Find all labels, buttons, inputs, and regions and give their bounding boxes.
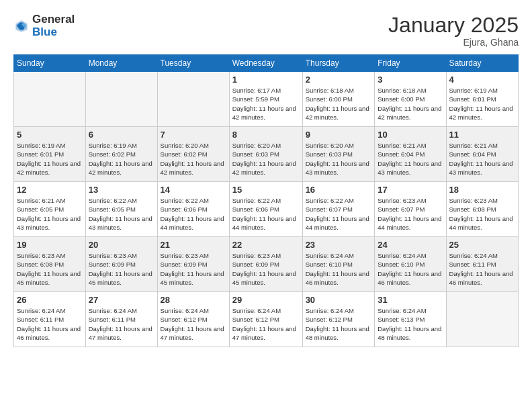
day-number: 15	[232, 185, 300, 195]
day-info: Sunrise: 6:23 AMSunset: 6:07 PMDaylight:…	[378, 196, 443, 232]
day-number: 10	[378, 130, 443, 140]
logo-icon	[13, 18, 30, 34]
day-info: Sunrise: 6:22 AMSunset: 6:05 PMDaylight:…	[89, 196, 154, 232]
day-info: Sunrise: 6:19 AMSunset: 6:02 PMDaylight:…	[89, 141, 154, 177]
day-number: 9	[306, 130, 372, 140]
day-number: 29	[232, 295, 300, 305]
day-info: Sunrise: 6:21 AMSunset: 6:05 PMDaylight:…	[17, 196, 83, 232]
day-info: Sunrise: 6:24 AMSunset: 6:10 PMDaylight:…	[378, 251, 443, 287]
calendar-cell: 20Sunrise: 6:23 AMSunset: 6:09 PMDayligh…	[85, 237, 157, 292]
day-number: 24	[378, 240, 443, 250]
day-info: Sunrise: 6:22 AMSunset: 6:06 PMDaylight:…	[232, 196, 300, 232]
day-info: Sunrise: 6:22 AMSunset: 6:07 PMDaylight:…	[306, 196, 372, 232]
calendar-cell: 28Sunrise: 6:24 AMSunset: 6:12 PMDayligh…	[157, 292, 229, 347]
day-info: Sunrise: 6:24 AMSunset: 6:11 PMDaylight:…	[449, 251, 515, 287]
title-area: January 2025 Ejura, Ghana	[388, 13, 519, 48]
location: Ejura, Ghana	[388, 37, 519, 48]
day-number: 4	[449, 75, 515, 85]
col-header-tuesday: Tuesday	[157, 55, 229, 72]
day-info: Sunrise: 6:24 AMSunset: 6:13 PMDaylight:…	[378, 306, 443, 342]
day-info: Sunrise: 6:19 AMSunset: 6:01 PMDaylight:…	[449, 86, 515, 122]
day-info: Sunrise: 6:23 AMSunset: 6:09 PMDaylight:…	[89, 251, 154, 287]
calendar-cell: 14Sunrise: 6:22 AMSunset: 6:06 PMDayligh…	[157, 182, 229, 237]
calendar-cell: 15Sunrise: 6:22 AMSunset: 6:06 PMDayligh…	[229, 182, 302, 237]
col-header-monday: Monday	[85, 55, 157, 72]
day-number: 12	[17, 185, 83, 195]
calendar-cell: 4Sunrise: 6:19 AMSunset: 6:01 PMDaylight…	[446, 72, 518, 127]
day-number: 14	[161, 185, 226, 195]
day-number: 11	[449, 130, 515, 140]
calendar-cell: 24Sunrise: 6:24 AMSunset: 6:10 PMDayligh…	[375, 237, 446, 292]
logo: General Blue	[13, 13, 75, 38]
day-number: 19	[17, 240, 83, 250]
day-number: 16	[306, 185, 372, 195]
day-info: Sunrise: 6:24 AMSunset: 6:11 PMDaylight:…	[89, 306, 154, 342]
day-number: 3	[378, 75, 443, 85]
calendar-cell: 3Sunrise: 6:18 AMSunset: 6:00 PMDaylight…	[375, 72, 446, 127]
calendar-cell: 26Sunrise: 6:24 AMSunset: 6:11 PMDayligh…	[14, 292, 86, 347]
day-number: 30	[306, 295, 372, 305]
col-header-friday: Friday	[375, 55, 446, 72]
col-header-sunday: Sunday	[14, 55, 86, 72]
day-number: 6	[89, 130, 154, 140]
day-info: Sunrise: 6:20 AMSunset: 6:02 PMDaylight:…	[161, 141, 226, 177]
col-header-saturday: Saturday	[446, 55, 518, 72]
day-info: Sunrise: 6:24 AMSunset: 6:12 PMDaylight:…	[232, 306, 300, 342]
day-number: 20	[89, 240, 154, 250]
day-number: 17	[378, 185, 443, 195]
day-info: Sunrise: 6:23 AMSunset: 6:09 PMDaylight:…	[232, 251, 300, 287]
day-number: 27	[89, 295, 154, 305]
day-info: Sunrise: 6:18 AMSunset: 6:00 PMDaylight:…	[306, 86, 372, 122]
day-info: Sunrise: 6:20 AMSunset: 6:03 PMDaylight:…	[232, 141, 300, 177]
calendar-cell: 1Sunrise: 6:17 AMSunset: 5:59 PMDaylight…	[229, 72, 302, 127]
calendar-cell: 22Sunrise: 6:23 AMSunset: 6:09 PMDayligh…	[229, 237, 302, 292]
logo-general: General	[32, 13, 75, 26]
calendar-cell: 6Sunrise: 6:19 AMSunset: 6:02 PMDaylight…	[85, 127, 157, 182]
day-number: 8	[232, 130, 300, 140]
calendar: SundayMondayTuesdayWednesdayThursdayFrid…	[13, 54, 519, 347]
day-info: Sunrise: 6:23 AMSunset: 6:08 PMDaylight:…	[449, 196, 515, 232]
col-header-thursday: Thursday	[302, 55, 375, 72]
calendar-cell: 30Sunrise: 6:24 AMSunset: 6:12 PMDayligh…	[302, 292, 375, 347]
calendar-cell	[157, 72, 229, 127]
day-info: Sunrise: 6:24 AMSunset: 6:11 PMDaylight:…	[17, 306, 83, 342]
day-info: Sunrise: 6:23 AMSunset: 6:08 PMDaylight:…	[17, 251, 83, 287]
calendar-cell: 21Sunrise: 6:23 AMSunset: 6:09 PMDayligh…	[157, 237, 229, 292]
calendar-cell: 8Sunrise: 6:20 AMSunset: 6:03 PMDaylight…	[229, 127, 302, 182]
calendar-cell: 13Sunrise: 6:22 AMSunset: 6:05 PMDayligh…	[85, 182, 157, 237]
calendar-cell	[85, 72, 157, 127]
col-header-wednesday: Wednesday	[229, 55, 302, 72]
calendar-cell	[14, 72, 86, 127]
logo-blue: Blue	[32, 26, 75, 39]
day-info: Sunrise: 6:19 AMSunset: 6:01 PMDaylight:…	[17, 141, 83, 177]
day-info: Sunrise: 6:22 AMSunset: 6:06 PMDaylight:…	[161, 196, 226, 232]
day-number: 18	[449, 185, 515, 195]
calendar-cell: 9Sunrise: 6:20 AMSunset: 6:03 PMDaylight…	[302, 127, 375, 182]
calendar-cell: 19Sunrise: 6:23 AMSunset: 6:08 PMDayligh…	[14, 237, 86, 292]
calendar-cell: 25Sunrise: 6:24 AMSunset: 6:11 PMDayligh…	[446, 237, 518, 292]
day-number: 5	[17, 130, 83, 140]
calendar-cell: 7Sunrise: 6:20 AMSunset: 6:02 PMDaylight…	[157, 127, 229, 182]
day-number: 21	[161, 240, 226, 250]
day-info: Sunrise: 6:24 AMSunset: 6:12 PMDaylight:…	[161, 306, 226, 342]
month-title: January 2025	[388, 13, 519, 37]
calendar-cell: 11Sunrise: 6:21 AMSunset: 6:04 PMDayligh…	[446, 127, 518, 182]
day-number: 28	[161, 295, 226, 305]
day-info: Sunrise: 6:21 AMSunset: 6:04 PMDaylight:…	[378, 141, 443, 177]
calendar-cell: 18Sunrise: 6:23 AMSunset: 6:08 PMDayligh…	[446, 182, 518, 237]
day-info: Sunrise: 6:21 AMSunset: 6:04 PMDaylight:…	[449, 141, 515, 177]
calendar-cell: 2Sunrise: 6:18 AMSunset: 6:00 PMDaylight…	[302, 72, 375, 127]
day-info: Sunrise: 6:18 AMSunset: 6:00 PMDaylight:…	[378, 86, 443, 122]
calendar-cell: 29Sunrise: 6:24 AMSunset: 6:12 PMDayligh…	[229, 292, 302, 347]
day-info: Sunrise: 6:24 AMSunset: 6:10 PMDaylight:…	[306, 251, 372, 287]
calendar-cell: 23Sunrise: 6:24 AMSunset: 6:10 PMDayligh…	[302, 237, 375, 292]
calendar-cell: 17Sunrise: 6:23 AMSunset: 6:07 PMDayligh…	[375, 182, 446, 237]
day-number: 25	[449, 240, 515, 250]
calendar-cell: 5Sunrise: 6:19 AMSunset: 6:01 PMDaylight…	[14, 127, 86, 182]
calendar-cell: 10Sunrise: 6:21 AMSunset: 6:04 PMDayligh…	[375, 127, 446, 182]
day-info: Sunrise: 6:17 AMSunset: 5:59 PMDaylight:…	[232, 86, 300, 122]
calendar-cell: 16Sunrise: 6:22 AMSunset: 6:07 PMDayligh…	[302, 182, 375, 237]
calendar-cell: 31Sunrise: 6:24 AMSunset: 6:13 PMDayligh…	[375, 292, 446, 347]
calendar-cell: 27Sunrise: 6:24 AMSunset: 6:11 PMDayligh…	[85, 292, 157, 347]
day-number: 1	[232, 75, 300, 85]
